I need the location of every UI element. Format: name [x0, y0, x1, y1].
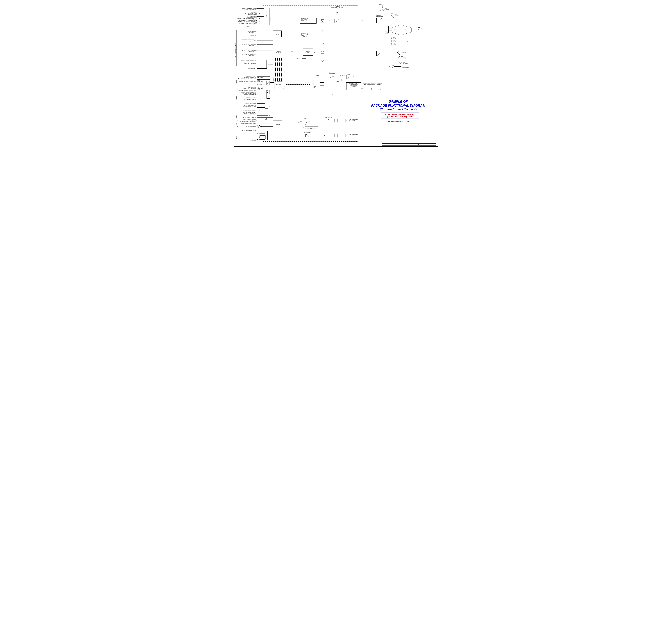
hsalp-lbl: HSA_LP: [351, 76, 355, 77]
max-sel: [321, 41, 324, 44]
pcs-a3-tag: 5) XS30257A: [257, 77, 263, 78]
lp-valve-range-lbl: LP Valve range: [319, 81, 325, 82]
pe1-lbl: P_E1: [388, 26, 391, 27]
los-lower: SPEED SETPOINT LOWER HS 30209: [238, 50, 253, 52]
los-halt: AUTO START SEQUENCE HALT / CONTINUE HS 3…: [238, 40, 253, 43]
lp-5: INLET PRESSURE CONTROL MANUAL / AUTO SEL…: [239, 112, 256, 114]
hp-converter-block: [376, 18, 382, 23]
min-ys: [321, 51, 324, 54]
lp-8: INLET PRESSURE SETPOINT: [239, 119, 256, 120]
pcs-a8: REMOTE PROCESS CONTR. OUTPUT: [239, 90, 256, 91]
perm-vtext: START PERMISSIVE: [270, 13, 273, 25]
hse095-lbl: HSE_LP = 0.95: [325, 117, 331, 118]
controller-symbol: [270, 82, 274, 85]
n1-label: n₁ act: [297, 56, 300, 57]
lp-1: LP VALVE LIMITER RAISE: [239, 103, 256, 104]
s-latch-1: S: [346, 119, 348, 122]
hsehp-lbl: HSE_HP: [327, 20, 331, 21]
pcs-a3: PROCESS CONTR. MANUAL: [239, 77, 256, 78]
pt1-lbl: PT 30254: [394, 37, 396, 39]
cc4: 4: [259, 139, 260, 140]
pcs2-lbl2: PCS↑↓: [236, 112, 237, 119]
pcs-a7-pt: PT 30266: [258, 87, 260, 89]
valve-icon: [380, 8, 384, 10]
sv0800-lbl: 0800 (SV32201): [395, 14, 399, 16]
los-mss: MAIN SUPPLY STEAM PRESSURE: [238, 63, 256, 64]
wm-site: InstrumentationTools.com: [367, 120, 429, 123]
svg-point-9: [267, 90, 268, 91]
wm-l1: SAMPLE OF: [367, 100, 429, 103]
pt2-lbl: PT 30255: [394, 40, 396, 42]
c5: 5: [303, 127, 304, 128]
note6: 6: [322, 29, 323, 30]
plc-ucp: UCP: [321, 9, 353, 11]
alarm2-box: Alarm: Load is limited; A_V too low: [348, 134, 368, 137]
yhic-lbl: Y_HIC: [316, 75, 319, 76]
remote-and-gate: &: [267, 60, 270, 69]
los-raise-tag: (-S6): [254, 44, 257, 45]
pcs-a9: PROCESS CONTR. AUTO/MANUAL SELECTED (FEE…: [239, 92, 256, 94]
hic-block: H I C: [309, 75, 316, 78]
hsahp-lbl: HSA_HP: [360, 20, 365, 21]
control-valve-icon: [390, 14, 394, 18]
los-run: RUN (START) HS 30207: [238, 31, 253, 33]
pcs-a2: PROCESS CONTR. AUTO: [239, 76, 256, 77]
inv-struct-speed: Inverse structure Speed Control Ys = f(H…: [300, 18, 317, 24]
circle1-lp: 1: [268, 115, 269, 116]
los-run-tag: (-S5): [254, 31, 257, 32]
ext-steam-lbl: Extraction steam: [402, 67, 409, 68]
pt1e-lbl: P_E: [397, 37, 398, 38]
l-lbl: L: [341, 77, 341, 79]
perm-7: MAIN SUPPLY STEAM PRESSURE n_actual * t …: [236, 24, 257, 27]
control-valve-0802: [397, 56, 401, 60]
hi-limit-block: [326, 119, 330, 122]
pcs-a4: PROCESS CONTR. MANUAL/AUTO SELECTED (FEE…: [239, 78, 256, 80]
note1: 1: [341, 79, 341, 81]
lp-lbl: LP: [405, 29, 407, 30]
los-lower-tag: (-S7): [254, 50, 257, 51]
pcs-a12: ACTUAL SPEED SETPOINT: [239, 99, 256, 100]
los-title: LOCAL OPERATOR STATIONIdent-No.: 1669421…: [235, 41, 238, 61]
cc5: 5: [325, 135, 325, 136]
pcs-a5: REMOTE PROCESS CONTR. OUTPUT: [239, 81, 256, 82]
wincc-lbl: WinCC: [236, 92, 237, 100]
generator-icon: [416, 27, 423, 34]
sv0801-lbl: 0801 (SV32202): [401, 51, 406, 53]
los-reset: RESET HS 30206: [238, 35, 253, 37]
hp-steam-lbl: (HP-Steam): [379, 4, 384, 5]
sv0802-lbl: 0802 (SV32203): [401, 56, 406, 58]
min-hp: [321, 20, 324, 22]
perm-3: OIL TEMPERATURE T<35°C TAL5148 (TAL16249…: [236, 13, 257, 15]
lp-9: INLET PRESSURE SETPOINT RAISE: [239, 121, 256, 122]
titleblock-bar: [382, 144, 436, 146]
cc2: 2: [259, 135, 260, 136]
start-logic-block: START LOGIC: [273, 30, 281, 37]
speed-setpoint-block: SPEED SETPOINT: [273, 46, 284, 58]
lp-11: HP STEAM PRESSURE: [239, 126, 256, 127]
los-ost: RELEASE OVERSPEED TEST HS 30212: [238, 54, 253, 56]
hl-limiter: [338, 75, 341, 79]
speed-control-block: SPEED CONTROL: [303, 49, 313, 55]
los-ost-tag: (-S9): [254, 54, 257, 55]
and-alarm2: &: [334, 134, 338, 137]
wm-b2: (PIDEC - I&C Lead Engineer): [382, 115, 417, 118]
w-lbl: w: [318, 86, 318, 87]
pt1n: 1: [391, 38, 392, 39]
lp-curve: [320, 82, 324, 86]
auto-mode-note: AUTO MODE (inlet pressure / speed contro…: [305, 127, 316, 129]
perm-2: COMPRESSOR START PERMISSIVE: [236, 10, 257, 12]
min-inlet: [321, 35, 324, 38]
los-halt-tag: (-S8): [254, 40, 257, 41]
note24: 2) 4): [304, 118, 306, 119]
exh-temp-lbl: Exhaust Steam Temp. TE0093 (TE32260A), T…: [363, 87, 381, 89]
x0-lbl: x0: [315, 86, 316, 87]
pcs-420b: 4-20mA: [257, 83, 260, 84]
tracking-lbl: TRACKING: [273, 75, 274, 82]
ratio-logic-block: RATIO LOGIC: [320, 57, 325, 66]
lp-11sub: (by customer): [256, 128, 261, 129]
lp-2: LP VALVE LIMITER LOWER: [239, 105, 256, 106]
wincc-lbl3: WinCC: [236, 133, 237, 139]
yp-lbl: Y_P: [308, 122, 310, 123]
manual-auto-lbl: 2) Manual/Auto: [329, 72, 335, 74]
lp-limiter-box: [265, 103, 268, 108]
